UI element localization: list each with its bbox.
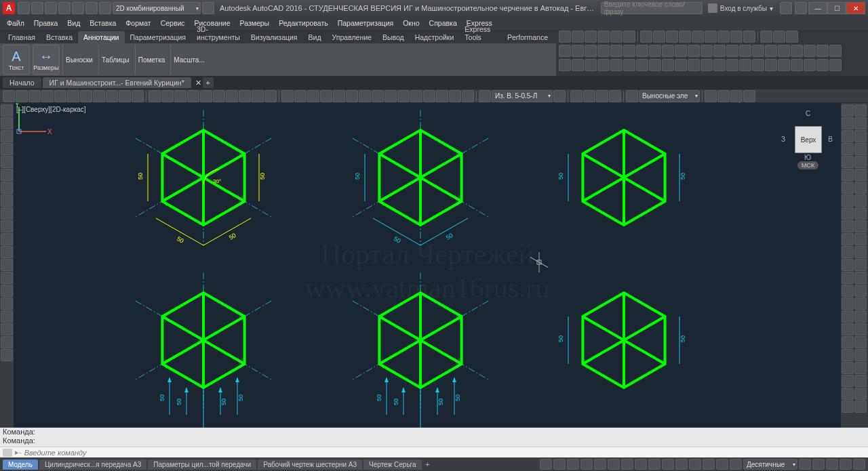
tb-icon[interactable] [149,90,161,102]
status-icon[interactable] [608,459,620,470]
tb-icon[interactable] [816,45,829,57]
tb-icon[interactable] [320,90,332,102]
draw-region-icon[interactable] [1,233,13,245]
nav-icon[interactable] [854,169,867,181]
menu-format[interactable]: Формат [121,18,155,28]
tb-icon[interactable] [675,59,687,71]
status-icon[interactable] [840,459,852,470]
maximize-button[interactable]: ☐ [827,2,846,14]
tab-view[interactable]: Вид [303,31,327,43]
tb-icon[interactable] [583,90,595,102]
tb-icon[interactable] [713,45,726,57]
tb-icon[interactable] [67,90,79,102]
tb-icon[interactable] [346,90,358,102]
menu-tools[interactable]: Сервис [157,18,189,28]
doc-tab-drawing[interactable]: ИГ и Машиностроит...- Евгений Курицин* [43,77,191,88]
nav-icon[interactable] [854,233,867,245]
tb-icon[interactable] [384,90,397,102]
nav-icon[interactable] [854,156,867,168]
tab-parametric[interactable]: Параметризация [125,31,192,43]
tb-icon[interactable] [649,59,661,71]
tb-icon[interactable] [572,45,584,57]
tb-icon[interactable] [41,90,54,102]
tb-icon[interactable] [816,59,829,71]
tb-icon[interactable] [597,59,610,71]
mod-icon[interactable] [842,117,854,129]
draw-rect-icon[interactable] [1,156,13,168]
draw-pline-icon[interactable] [1,117,13,129]
tb-icon[interactable] [804,45,816,57]
viewcube-cs[interactable]: МСК [797,161,818,169]
tb-icon[interactable] [132,90,144,102]
nav-icon[interactable] [854,207,867,220]
draw-mtext-icon[interactable] [1,272,13,284]
nav-icon[interactable] [854,336,867,348]
tb-icon[interactable] [585,59,597,71]
tb-icon[interactable] [675,45,687,57]
tb-icon[interactable] [726,45,738,57]
menu-insert[interactable]: Вставка [85,18,120,28]
status-icon[interactable] [553,459,566,470]
tb-icon[interactable] [239,90,251,102]
tb-icon[interactable] [717,90,730,102]
menu-view[interactable]: Вид [63,18,84,28]
tb-icon[interactable] [717,30,730,43]
tb-icon[interactable] [760,30,772,43]
draw-text-icon[interactable] [1,259,13,271]
mod-icon[interactable] [842,323,854,335]
nav-icon[interactable] [854,182,867,194]
minimize-button[interactable]: — [808,2,827,14]
tb-icon[interactable] [559,59,571,71]
draw-bound-icon[interactable] [1,298,13,310]
nav-icon[interactable] [854,194,867,207]
tb-icon[interactable] [829,59,842,71]
tb-icon[interactable] [666,30,678,43]
tb-icon[interactable] [662,45,674,57]
tb-icon[interactable] [213,90,225,102]
nav-icon[interactable] [854,117,867,129]
tab-visualize[interactable]: Визуализация [245,31,303,43]
tb-icon[interactable] [743,30,755,43]
status-icon[interactable] [621,459,633,470]
nav-icon[interactable] [854,272,867,284]
status-icon[interactable] [594,459,606,470]
draw-circle-icon[interactable] [1,130,13,142]
tb-icon[interactable] [692,30,704,43]
tb-icon[interactable] [829,45,842,57]
status-icon[interactable] [635,459,647,470]
menu-window[interactable]: Окно [399,18,423,28]
layout-tab[interactable]: Цилиндрическ...я передача А3 [39,459,146,470]
draw-ray-icon[interactable] [1,349,13,361]
qat-redo-icon[interactable] [99,2,111,14]
nav-icon[interactable] [854,323,867,335]
status-icon[interactable] [675,459,688,470]
viewcube-face[interactable]: Верх [795,126,822,153]
status-icon[interactable] [580,459,593,470]
tb-icon[interactable] [281,90,294,102]
panel-markup[interactable]: Пометка [138,56,165,64]
tab-annotate[interactable]: Аннотации [78,31,125,43]
tb-icon[interactable] [294,90,307,102]
model-tab[interactable]: Модель [3,459,38,470]
mod-icon[interactable] [842,207,854,220]
nav-icon[interactable] [854,220,867,232]
tb-icon[interactable] [119,90,131,102]
draw-donut-icon[interactable] [1,336,13,348]
tb-icon[interactable] [462,90,474,102]
tb-icon[interactable] [752,45,764,57]
tb-icon[interactable] [786,30,798,43]
tb-icon[interactable] [226,90,238,102]
draw-hatch-icon[interactable] [1,182,13,194]
qat-undo-icon[interactable] [85,2,98,14]
tb-icon[interactable] [653,30,665,43]
nav-icon[interactable] [854,130,867,142]
tb-icon[interactable] [28,90,41,102]
signin-button[interactable]: Вход в службы ▾ [708,3,773,13]
tb-icon[interactable] [333,90,345,102]
help-search[interactable]: Введите ключевое слово/фразу [601,2,703,14]
tb-icon[interactable] [743,90,755,102]
tb-icon[interactable] [359,90,371,102]
tb-icon[interactable] [609,90,621,102]
tb-icon[interactable] [679,30,691,43]
tb-icon[interactable] [572,30,584,43]
